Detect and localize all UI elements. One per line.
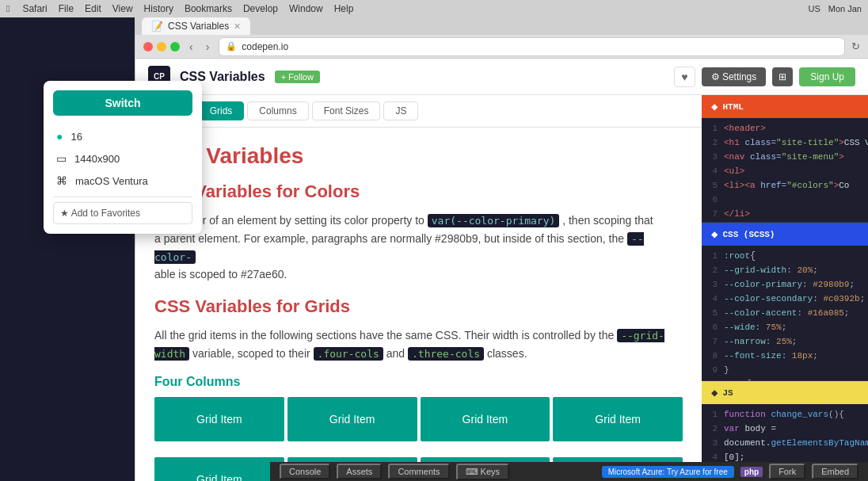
code-line: 5 --color-accent: #16a085; xyxy=(702,306,868,320)
settings-button[interactable]: ⚙ Settings xyxy=(702,67,767,86)
minimize-traffic-light[interactable] xyxy=(157,42,166,52)
code-snippet-1: var(--color-primary) xyxy=(428,214,560,227)
popup-os-label: macOS Ventura xyxy=(75,175,148,187)
content-body: Color Grids Columns Font Sizes JS CSS Va… xyxy=(135,95,868,481)
keys-tab[interactable]: ⌨ Keys xyxy=(456,464,510,480)
switch-popup: Switch ● 16 ▭ 1440x900 ⌘ macOS Ventura ★… xyxy=(44,81,202,234)
embed-button[interactable]: Embed xyxy=(812,464,858,479)
php-badge: php xyxy=(740,467,763,477)
close-traffic-light[interactable] xyxy=(143,42,153,52)
popup-resolution-label: 1440x900 xyxy=(74,153,120,165)
code-line: 6 --wide: 75%; xyxy=(702,320,868,334)
code-line: 4 <ul> xyxy=(702,164,868,178)
grid-four-row1: Grid Item Grid Item Grid Item Grid Item xyxy=(154,397,683,441)
tab-grids[interactable]: Grids xyxy=(198,101,245,120)
preview-area: Color Grids Columns Font Sizes JS CSS Va… xyxy=(135,95,702,481)
fork-button[interactable]: Fork xyxy=(769,464,805,479)
apple-icon: ⌘ xyxy=(56,174,67,187)
codepen-content: CP CSS Variables + Follow ♥ ⚙ Settings ⊞… xyxy=(135,59,868,481)
menu-safari[interactable]: Safari xyxy=(22,3,47,14)
grid-item: Grid Item xyxy=(421,397,550,441)
menu-window[interactable]: Window xyxy=(289,3,323,14)
html-code-content[interactable]: 1<header> 2<h1 class="site-title">CSS Va… xyxy=(702,118,868,222)
tab-close-icon[interactable]: ✕ xyxy=(234,21,241,32)
address-bar[interactable]: 🔒 codepen.io xyxy=(219,37,845,56)
follow-button[interactable]: + Follow xyxy=(275,71,320,83)
fullscreen-traffic-light[interactable] xyxy=(170,42,180,52)
assets-tab[interactable]: Assets xyxy=(337,464,382,479)
heart-button[interactable]: ♥ xyxy=(674,67,695,87)
html-label: HTML xyxy=(722,102,743,112)
input-source: US xyxy=(809,4,820,13)
css-icon: ◆ xyxy=(711,227,718,241)
back-button[interactable]: ‹ xyxy=(186,39,196,55)
grid-item: Grid Item xyxy=(154,397,284,441)
console-tab[interactable]: Console xyxy=(280,464,330,479)
signup-button[interactable]: Sign Up xyxy=(799,67,855,86)
popup-item-os[interactable]: ⌘ macOS Ventura xyxy=(53,170,192,192)
forward-button[interactable]: › xyxy=(203,39,213,55)
layout-button[interactable]: ⊞ xyxy=(772,67,793,86)
code-line: 5 <li><a href="#colors">Co xyxy=(702,178,868,193)
four-columns-label: Four Columns xyxy=(154,375,683,389)
code-line: 7 </li> xyxy=(702,207,868,221)
browser-chrome: 📝 CSS Variables ✕ ‹ › 🔒 codepen.io ↻ xyxy=(135,17,868,59)
desc2-text-2: variable, scoped to their xyxy=(192,347,314,360)
css-code-section: ◆ CSS (SCSS) 1:root { 2 --grid-width: 20… xyxy=(702,222,868,380)
html-section-header: ◆ HTML xyxy=(702,95,868,118)
tab-font-sizes[interactable]: Font Sizes xyxy=(312,101,381,120)
code-line: 8 --font-size: 18px; xyxy=(702,349,868,363)
desc-text-4: able is scoped to #27ae60. xyxy=(154,268,287,281)
section2-title: CSS Variables for Grids xyxy=(154,296,683,317)
section1-title: CSS Variables for Colors xyxy=(154,181,683,202)
desc-text-3: a parent element. For example, paragraph… xyxy=(154,232,627,245)
app-sidebar: Switch ● 16 ▭ 1440x900 ⌘ macOS Ventura ★… xyxy=(0,17,135,481)
grid-item: Grid Item xyxy=(154,457,284,481)
code-snippet-5: .three-cols xyxy=(408,347,484,361)
switch-button[interactable]: Switch xyxy=(53,90,192,116)
menu-develop[interactable]: Develop xyxy=(243,3,278,14)
codepen-header: CP CSS Variables + Follow ♥ ⚙ Settings ⊞… xyxy=(135,59,868,95)
code-line: 2 var body = xyxy=(702,422,868,436)
menu-history[interactable]: History xyxy=(144,3,173,14)
css-label: CSS (SCSS) xyxy=(722,230,775,239)
code-line: 1<header> xyxy=(702,121,868,136)
menu-view[interactable]: View xyxy=(112,3,133,14)
browser-tab[interactable]: 📝 CSS Variables ✕ xyxy=(142,17,250,35)
js-section-header: ◆ JS xyxy=(702,381,868,404)
tab-js[interactable]: JS xyxy=(383,101,418,120)
css-code-content[interactable]: 1:root { 2 --grid-width: 20%; 3 --color-… xyxy=(702,246,868,380)
code-line: 7 --narrow: 25%; xyxy=(702,334,868,349)
grid-item: Grid Item xyxy=(553,397,683,441)
main-content: CP CSS Variables + Follow ♥ ⚙ Settings ⊞… xyxy=(135,59,868,481)
code-line: 1:root { xyxy=(702,249,868,263)
menu-help[interactable]: Help xyxy=(334,3,354,14)
menu-edit[interactable]: Edit xyxy=(85,3,101,14)
code-line: 3 --color-primary: #2980b9; xyxy=(702,277,868,292)
js-label: JS xyxy=(722,388,733,398)
popup-item-resolution[interactable]: ▭ 1440x900 xyxy=(53,147,192,170)
browser-controls: ‹ › 🔒 codepen.io ↻ xyxy=(135,35,868,58)
browser-window: 📝 CSS Variables ✕ ‹ › 🔒 codepen.io ↻ xyxy=(135,17,868,481)
browser-tabs: 📝 CSS Variables ✕ xyxy=(135,17,868,35)
code-line: 1function change_vars(){ xyxy=(702,407,868,422)
menu-file[interactable]: File xyxy=(59,3,74,14)
page-main-title: CSS Variables xyxy=(154,143,683,169)
tab-title: CSS Variables xyxy=(168,21,229,32)
azure-ad-banner[interactable]: Microsoft Azure: Try Azure for free xyxy=(602,466,734,478)
menu-bookmarks[interactable]: Bookmarks xyxy=(185,3,232,14)
comments-tab[interactable]: Comments xyxy=(388,464,449,479)
tab-columns[interactable]: Columns xyxy=(247,101,308,120)
datetime: Mon Jan xyxy=(828,4,862,13)
desc2-text-1: All the grid items in the following sect… xyxy=(154,329,617,342)
js-icon: ◆ xyxy=(711,386,718,399)
code-line: 3<nav class="site-menu"> xyxy=(702,150,868,164)
lock-icon: 🔒 xyxy=(226,41,237,52)
apple-menu[interactable]:  xyxy=(6,3,10,14)
html-icon: ◆ xyxy=(711,100,718,113)
popup-item-16[interactable]: ● 16 xyxy=(53,125,192,147)
url-text: codepen.io xyxy=(242,41,288,52)
bottom-right-actions: Microsoft Azure: Try Azure for free php … xyxy=(602,464,858,479)
reload-button[interactable]: ↻ xyxy=(851,40,860,52)
add-to-favorites-button[interactable]: ★ Add to Favorites xyxy=(53,202,192,224)
